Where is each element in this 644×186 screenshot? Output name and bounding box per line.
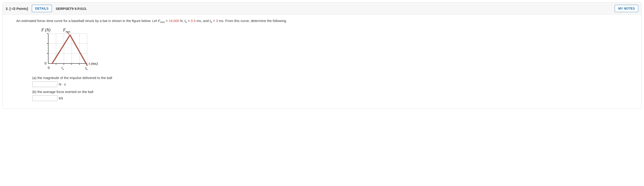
part-a-input[interactable] xyxy=(32,82,58,87)
part-a-label: (a) the magnitude of the impulse deliver… xyxy=(32,76,628,80)
my-notes-button[interactable]: MY NOTES xyxy=(615,5,638,12)
chart-ta-label: ta xyxy=(62,66,64,70)
prompt-tb-unit: ms. From this curve, determine the follo… xyxy=(218,19,287,23)
chart-ylabel: F (N) xyxy=(41,28,50,33)
prompt-fmax-sym: F xyxy=(158,19,160,23)
force-time-chart: F (N) Fmax xyxy=(34,27,628,73)
prompt-eq1: = xyxy=(165,19,168,23)
chart-x-zero: 0 xyxy=(48,66,50,70)
chart-fmax-label: Fmax xyxy=(63,28,70,33)
part-b-answer-row: kN xyxy=(32,96,628,101)
question-number: 2. xyxy=(6,7,9,11)
question-container: 2. [–/2 Points] DETAILS SERPSET9 9.P.013… xyxy=(2,2,642,109)
part-b-label: (b) the average force exerted on the bal… xyxy=(32,90,628,94)
chart-y-zero: 0 xyxy=(44,61,46,65)
prompt-pre: An estimated force–time curve for a base… xyxy=(16,19,158,23)
chart-xlabel: t (ms) xyxy=(89,61,98,66)
part-a-unit: N · s xyxy=(59,82,66,86)
chart-svg: F (N) Fmax xyxy=(34,27,117,73)
force-curve-line xyxy=(52,35,87,65)
question-body: An estimated force–time curve for a base… xyxy=(2,15,642,108)
prompt-ta-val: 0.5 xyxy=(191,19,196,23)
question-points: [–/2 Points] xyxy=(10,7,28,11)
question-number-points: 2. [–/2 Points] xyxy=(6,7,28,11)
prompt-eq3: = xyxy=(212,19,216,23)
details-button[interactable]: DETAILS xyxy=(32,5,52,12)
prompt-ta-unit: ms, and xyxy=(196,19,210,23)
question-header: 2. [–/2 Points] DETAILS SERPSET9 9.P.013… xyxy=(2,3,642,15)
prompt-fmax-sub: max xyxy=(160,21,165,23)
chart-plot-area xyxy=(47,32,87,65)
prompt-fmax-val: 19,000 xyxy=(169,19,179,23)
part-b-unit: kN xyxy=(59,96,63,100)
prompt-fmax-unit: N, xyxy=(179,19,184,23)
question-prompt: An estimated force–time curve for a base… xyxy=(16,18,628,24)
question-source-id: SERPSET9 9.P.013. xyxy=(56,7,87,11)
prompt-tb-val: 3 xyxy=(216,19,218,23)
prompt-eq2: = xyxy=(187,19,191,23)
part-b-input[interactable] xyxy=(32,96,58,101)
part-a-answer-row: N · s xyxy=(32,82,628,87)
chart-tb-label: tb xyxy=(85,66,88,71)
